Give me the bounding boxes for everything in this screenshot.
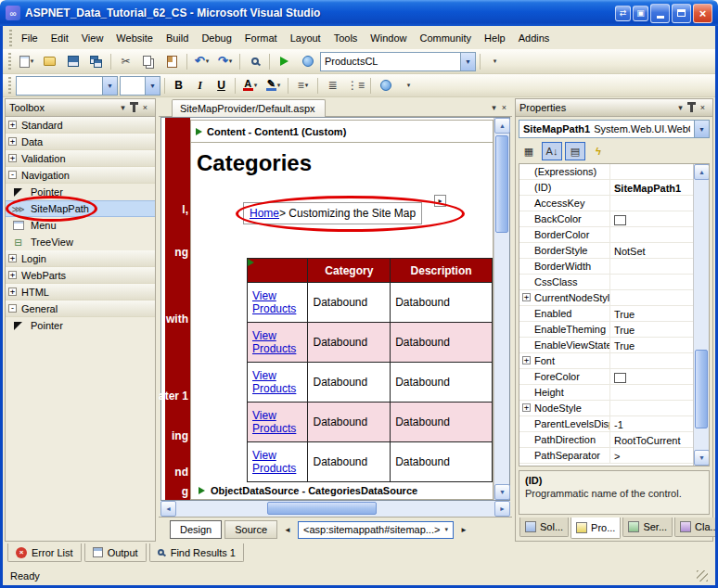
tab-find-results[interactable]: Find Results 1: [149, 543, 244, 562]
collapse-icon[interactable]: -: [8, 304, 17, 313]
view-in-browser-button[interactable]: [297, 51, 318, 71]
scrollbar-thumb[interactable]: [495, 135, 508, 233]
expand-icon[interactable]: +: [522, 403, 531, 412]
menu-build[interactable]: Build: [160, 29, 195, 47]
bold-button[interactable]: B: [169, 76, 188, 96]
menu-layout[interactable]: Layout: [284, 29, 327, 47]
highlight-color-button[interactable]: ✎▾: [263, 75, 284, 96]
paste-button[interactable]: [161, 51, 183, 71]
pin-icon[interactable]: [690, 105, 693, 112]
property-grid[interactable]: (Expressions) (ID)SiteMapPath1 AccessKey…: [519, 163, 710, 467]
property-row[interactable]: (Expressions): [519, 164, 709, 180]
toolbox-item-pointer-general[interactable]: Pointer: [6, 317, 155, 334]
tag-nav-left-icon[interactable]: ◄: [280, 526, 295, 534]
close-document-icon[interactable]: ×: [502, 103, 506, 112]
scroll-up-icon[interactable]: ▲: [694, 164, 710, 180]
property-row[interactable]: BorderColor: [519, 227, 709, 243]
font-size-combo[interactable]: ▼: [120, 76, 160, 96]
toolbox-item-sitemappath[interactable]: ⋙SiteMapPath: [6, 200, 155, 217]
property-row[interactable]: PathSeparator>: [519, 448, 709, 464]
property-row[interactable]: (ID)SiteMapPath1: [519, 180, 709, 196]
toolbox-section-general[interactable]: -General: [6, 300, 155, 317]
close-icon[interactable]: ×: [697, 102, 709, 114]
toolbox-section-navigation[interactable]: -Navigation: [6, 167, 155, 184]
numbered-list-button[interactable]: ≣: [322, 75, 343, 96]
property-row[interactable]: BorderWidth: [519, 259, 709, 275]
menu-website[interactable]: Website: [109, 29, 160, 47]
sitemappath-control[interactable]: Home > Customizing the Site Map: [243, 202, 422, 224]
property-row[interactable]: CssClass: [519, 275, 709, 290]
property-row[interactable]: ForeColor: [519, 369, 709, 385]
source-view-button[interactable]: Source: [224, 520, 277, 539]
content-placeholder-header[interactable]: Content - Content1 (Custom): [191, 121, 493, 143]
expand-icon[interactable]: +: [8, 254, 17, 262]
save-button[interactable]: [62, 51, 83, 71]
property-row[interactable]: PathDirectionRootToCurrent: [519, 432, 709, 448]
toolbox-section-validation[interactable]: +Validation: [6, 150, 155, 167]
underline-button[interactable]: U: [212, 76, 231, 96]
toolbar-options-button[interactable]: ▾: [398, 75, 419, 96]
scrollbar-thumb[interactable]: [267, 502, 377, 515]
menu-format[interactable]: Format: [238, 29, 284, 47]
collapse-icon[interactable]: -: [8, 171, 17, 179]
start-debug-button[interactable]: [274, 51, 295, 71]
expand-icon[interactable]: +: [8, 121, 17, 129]
menu-file[interactable]: File: [15, 29, 45, 47]
design-surface[interactable]: l, ng with ater 1 ing nd g Content - Con…: [160, 117, 510, 501]
property-row[interactable]: EnableThemingTrue: [519, 322, 709, 338]
expand-icon[interactable]: +: [522, 293, 531, 301]
property-row[interactable]: Height: [519, 385, 709, 401]
menu-help[interactable]: Help: [478, 29, 512, 47]
alignment-button[interactable]: ≡▾: [292, 75, 314, 96]
hyperlink-button[interactable]: [375, 75, 396, 96]
expand-icon[interactable]: +: [8, 271, 17, 279]
toolbox-header[interactable]: Toolbox ▾ ×: [6, 99, 155, 117]
tag-nav-right-icon[interactable]: ►: [456, 526, 471, 534]
tab-server-explorer[interactable]: Ser...: [622, 518, 673, 537]
tab-solution-explorer[interactable]: Sol...: [519, 518, 569, 537]
categorized-icon[interactable]: ▦: [519, 142, 539, 160]
expand-icon[interactable]: +: [522, 356, 531, 364]
property-row[interactable]: EnabledTrue: [519, 306, 709, 322]
categories-gridview[interactable]: Category Description View Products Datab…: [247, 258, 493, 482]
close-icon[interactable]: ×: [139, 102, 151, 114]
menu-tools[interactable]: Tools: [327, 29, 365, 47]
scroll-up-icon[interactable]: ▲: [494, 118, 510, 134]
window-menu-icon[interactable]: ▾: [674, 102, 686, 114]
property-row[interactable]: +CurrentNodeStyle: [519, 290, 709, 306]
toolbar-grip[interactable]: [9, 30, 12, 46]
toolbox-section-data[interactable]: +Data: [6, 134, 155, 150]
property-row[interactable]: AccessKey: [519, 196, 709, 211]
window-menu-icon[interactable]: ▾: [117, 102, 129, 114]
toolbox-section-html[interactable]: +HTML: [6, 284, 155, 300]
open-file-button[interactable]: [39, 51, 60, 71]
smart-tag-button[interactable]: ▸: [434, 195, 446, 207]
redo-button[interactable]: ↷▾: [214, 51, 236, 71]
new-file-button[interactable]: ▾: [16, 51, 37, 71]
expand-icon[interactable]: +: [8, 137, 17, 146]
toolbox-section-standard[interactable]: +Standard: [6, 117, 155, 134]
maximize-button[interactable]: [672, 4, 691, 23]
toolbox-item-menu[interactable]: Menu: [6, 217, 155, 234]
view-products-link[interactable]: View Products: [252, 329, 296, 355]
property-row[interactable]: +Font: [519, 353, 709, 369]
vertical-scrollbar[interactable]: ▲ ▼: [494, 118, 509, 500]
font-name-combo[interactable]: ▼: [16, 76, 118, 96]
italic-button[interactable]: I: [190, 76, 210, 96]
events-icon[interactable]: ϟ: [588, 142, 609, 160]
dock-arrows-button[interactable]: ⇄: [615, 6, 631, 21]
breadcrumb-home-link[interactable]: Home: [250, 207, 279, 220]
scrollbar-thumb[interactable]: [695, 350, 708, 428]
menu-community[interactable]: Community: [413, 29, 478, 47]
property-row[interactable]: BorderStyleNotSet: [519, 243, 709, 259]
undo-button[interactable]: ↶▾: [191, 51, 212, 71]
properties-header[interactable]: Properties ▾ ×: [516, 99, 712, 117]
toolbar-grip[interactable]: [8, 77, 11, 94]
property-row[interactable]: +NodeStyle: [519, 401, 709, 416]
scroll-right-icon[interactable]: ►: [494, 501, 510, 517]
tab-properties[interactable]: Pro...: [571, 518, 621, 539]
bullet-list-button[interactable]: ⋮≡: [345, 75, 366, 96]
property-row[interactable]: ParentLevelsDispl-1: [519, 416, 709, 432]
properties-view-icon[interactable]: ▤: [565, 142, 585, 160]
alphabetical-sort-icon[interactable]: A↓: [542, 142, 562, 160]
